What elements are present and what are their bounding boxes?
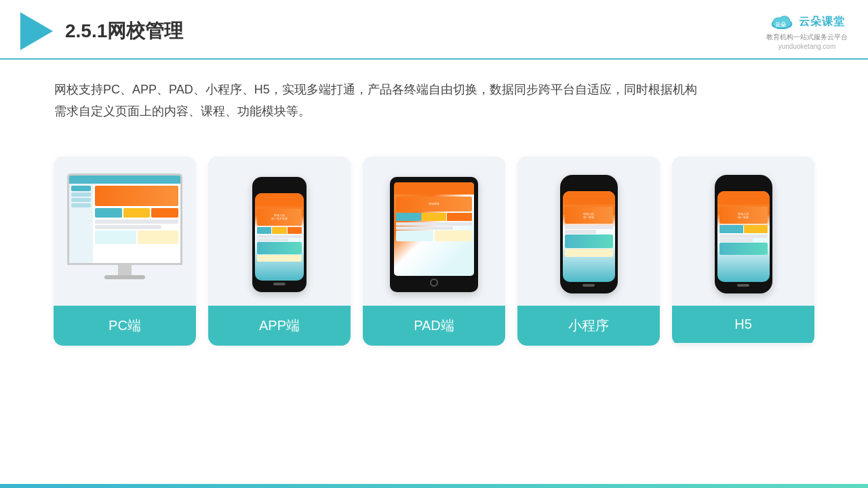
card-app: 职场人的第一堂开发课 APP端 — [208, 157, 351, 346]
tablet-screen: 职场课程 — [394, 182, 474, 276]
pc-screen — [67, 174, 182, 265]
phone-home-button — [273, 283, 285, 285]
card-h5: 职场人的第一堂课 H5 — [672, 157, 814, 346]
brand-name: 云朵课堂 — [799, 15, 845, 29]
card-image-pc — [54, 157, 196, 306]
bottom-bar — [0, 484, 868, 488]
phone-mockup-h5: 职场人的第一堂课 — [715, 175, 772, 293]
card-image-pad: 职场课程 — [363, 157, 505, 306]
card-label-mini: 小程序 — [517, 306, 660, 346]
phone-screen-mini: 职场人的第一堂课 — [563, 191, 615, 282]
card-image-mini: 职场人的第一堂课 — [517, 157, 660, 306]
brand-url: yunduoketang.com — [778, 43, 836, 50]
phone-screen-h5: 职场人的第一堂课 — [717, 191, 770, 282]
title-prefix: 2.5.1 — [65, 20, 107, 41]
cloud-icon: 云朵 — [769, 12, 795, 31]
phone-home-button-mini — [583, 284, 595, 287]
phone-notch — [271, 182, 288, 186]
description-area: 网校支持PC、APP、PAD、小程序、H5，实现多端打通，产品各终端自由切换，数… — [0, 60, 868, 136]
card-label-app: APP端 — [208, 306, 351, 346]
card-image-h5: 职场人的第一堂课 — [672, 157, 814, 306]
page-title: 2.5.1网校管理 — [65, 18, 183, 44]
card-label-pc: PC端 — [54, 306, 196, 346]
tablet-home-button — [430, 279, 438, 287]
tablet-mockup: 职场课程 — [390, 177, 478, 292]
header-left: 2.5.1网校管理 — [20, 12, 183, 50]
card-image-app: 职场人的第一堂开发课 — [208, 157, 351, 306]
cards-container: PC端 职场人的第一堂开发课 — [0, 143, 868, 366]
card-label-pad: PAD端 — [363, 306, 505, 346]
phone-mockup-mini: 职场人的第一堂课 — [560, 175, 618, 293]
pc-mockup — [67, 174, 182, 296]
header: 2.5.1网校管理 云朵 云朵课堂 教育机构一站式服务云平台 yunduoket… — [0, 0, 868, 60]
card-pad: 职场课程 — [363, 157, 505, 346]
phone-notch-mini — [580, 180, 597, 184]
card-mini: 职场人的第一堂课 小程序 — [517, 157, 660, 346]
brand-area: 云朵 云朵课堂 教育机构一站式服务云平台 yunduoketang.com — [766, 12, 848, 50]
description-line1: 网校支持PC、APP、PAD、小程序、H5，实现多端打通，产品各终端自由切换，数… — [54, 79, 814, 100]
title-main: 网校管理 — [107, 20, 183, 41]
phone-home-button-h5 — [737, 284, 749, 287]
brand-tagline: 教育机构一站式服务云平台 — [766, 33, 848, 42]
description-line2: 需求自定义页面上的内容、课程、功能模块等。 — [54, 100, 814, 122]
phone-screen-app: 职场人的第一堂开发课 — [255, 193, 304, 281]
card-label-h5: H5 — [672, 306, 814, 343]
card-pc: PC端 — [54, 157, 196, 346]
logo-triangle-icon — [20, 12, 53, 50]
svg-text:云朵: 云朵 — [775, 22, 787, 28]
phone-notch-h5 — [735, 180, 752, 184]
brand-logo: 云朵 云朵课堂 — [769, 12, 845, 31]
phone-mockup-app: 职场人的第一堂开发课 — [252, 177, 307, 292]
